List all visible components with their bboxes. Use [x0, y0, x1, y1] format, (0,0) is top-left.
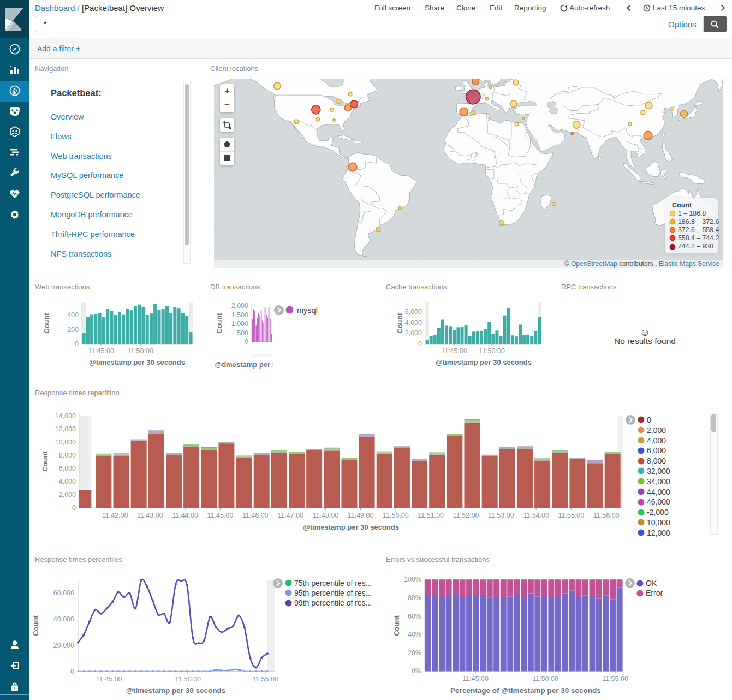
svg-text:11:50:00: 11:50:00: [532, 675, 558, 683]
svg-text:11:44:00: 11:44:00: [172, 512, 198, 519]
svg-text:11:55:00: 11:55:00: [602, 675, 628, 683]
svg-text:11:55:00: 11:55:00: [558, 512, 585, 519]
svg-text:Count: Count: [41, 451, 49, 472]
svg-text:1,000: 1,000: [231, 320, 248, 328]
svg-text:14,000: 14,000: [55, 412, 76, 420]
svg-text:500: 500: [237, 329, 248, 337]
svg-text:11:45:00: 11:45:00: [88, 347, 114, 355]
svg-text:0: 0: [418, 340, 422, 348]
svg-text:@timestamp per 30 seconds: @timestamp per 30 seconds: [303, 523, 399, 531]
svg-text:1,500: 1,500: [231, 311, 248, 319]
svg-text:20,000: 20,000: [53, 642, 74, 649]
svg-text:11:42:00: 11:42:00: [102, 512, 128, 519]
svg-text:0: 0: [75, 340, 79, 348]
svg-text:@timestamp per 30 seconds: @timestamp per 30 seconds: [436, 358, 532, 366]
svg-text:11:50:00: 11:50:00: [479, 347, 505, 355]
svg-text:60,000: 60,000: [53, 589, 74, 597]
svg-text:10,000: 10,000: [55, 438, 76, 446]
svg-text:12,000: 12,000: [55, 425, 76, 433]
svg-text:11:50:00: 11:50:00: [383, 512, 409, 519]
svg-text:2,000: 2,000: [405, 329, 422, 337]
svg-text:40,000: 40,000: [53, 615, 74, 623]
svg-text:Count: Count: [32, 615, 40, 636]
svg-text:11:50:00: 11:50:00: [175, 675, 201, 683]
svg-text:200: 200: [67, 326, 79, 334]
svg-text:2,000: 2,000: [59, 491, 76, 499]
svg-text:4,000: 4,000: [59, 478, 76, 485]
svg-text:11:54:00: 11:54:00: [523, 512, 549, 519]
svg-text:Count: Count: [43, 313, 51, 334]
svg-text:11:53:00: 11:53:00: [488, 512, 514, 519]
svg-text:Count: Count: [396, 313, 404, 334]
svg-text:11:49:00: 11:49:00: [348, 512, 374, 519]
svg-text:8,000: 8,000: [59, 452, 76, 459]
svg-text:0: 0: [245, 338, 248, 346]
svg-text:400: 400: [67, 311, 79, 319]
svg-text:11:43:00: 11:43:00: [137, 512, 163, 519]
svg-text:11:45:00: 11:45:00: [462, 675, 489, 683]
svg-text:11:45:00: 11:45:00: [207, 512, 234, 519]
svg-text:40%: 40%: [408, 631, 421, 638]
svg-text:100%: 100%: [404, 576, 421, 583]
svg-text:11:45:00: 11:45:00: [96, 675, 122, 683]
svg-text:11:50:00: 11:50:00: [127, 347, 153, 355]
svg-text:0: 0: [70, 668, 74, 675]
svg-text:11:55:00: 11:55:00: [252, 675, 278, 683]
svg-text:6,000: 6,000: [59, 465, 76, 472]
svg-text:60%: 60%: [408, 613, 421, 620]
svg-text:11:56:00: 11:56:00: [593, 512, 620, 519]
svg-text:11:48:00: 11:48:00: [312, 512, 338, 519]
svg-text:11:52:00: 11:52:00: [453, 512, 479, 519]
svg-text:20%: 20%: [408, 649, 421, 657]
svg-text:11:51:00: 11:51:00: [418, 512, 444, 519]
svg-text:Count: Count: [392, 615, 401, 636]
svg-text:Percentage of @timestamp per 3: Percentage of @timestamp per 30 seconds: [450, 686, 601, 695]
svg-text:11:46:00: 11:46:00: [242, 512, 269, 519]
svg-text:0: 0: [72, 504, 76, 512]
svg-text:@timestamp per 30 seconds: @timestamp per 30 seconds: [89, 358, 185, 366]
svg-text:Count: Count: [217, 313, 223, 334]
svg-text:@timestamp per 30 seconds: @timestamp per 30 seconds: [126, 686, 226, 695]
svg-text:6,000: 6,000: [405, 308, 422, 316]
svg-text:11:45:00: 11:45:00: [441, 347, 467, 355]
svg-text:80%: 80%: [408, 594, 421, 602]
svg-text:0%: 0%: [412, 667, 421, 675]
svg-text:11:47:00: 11:47:00: [277, 512, 303, 519]
svg-text:2,000: 2,000: [231, 302, 248, 310]
svg-text:4,000: 4,000: [405, 319, 422, 327]
